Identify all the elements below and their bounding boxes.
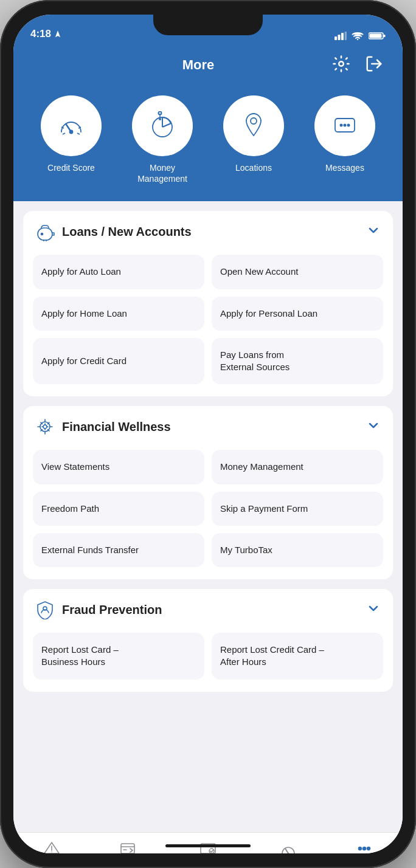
- time-display: 4:18: [30, 28, 51, 40]
- financial-wellness-header[interactable]: Financial Wellness: [23, 406, 393, 447]
- map-pin-icon: [239, 111, 268, 140]
- tab-credit-score[interactable]: Credit Score: [267, 840, 310, 853]
- svg-point-17: [344, 124, 347, 127]
- location-arrow-icon: [54, 30, 62, 38]
- fraud-prevention-chevron: [366, 601, 381, 618]
- svg-rect-3: [345, 32, 347, 40]
- svg-point-16: [340, 124, 343, 127]
- report-lost-card-business-btn[interactable]: Report Lost Card –Business Hours: [33, 633, 204, 680]
- logout-icon: [365, 55, 383, 73]
- status-icons: [335, 32, 386, 40]
- battery-icon: [369, 32, 386, 40]
- svg-point-34: [363, 847, 366, 850]
- svg-point-18: [347, 124, 350, 127]
- apply-home-loan-btn[interactable]: Apply for Home Loan: [33, 297, 204, 331]
- quick-access-bar: Credit Score MoneyManagement: [13, 89, 403, 201]
- logout-button[interactable]: [362, 52, 386, 77]
- view-statements-btn[interactable]: View Statements: [33, 450, 204, 484]
- svg-point-14: [251, 118, 257, 124]
- accounts-tab-icon: [43, 840, 60, 853]
- notch: [153, 15, 263, 35]
- svg-rect-6: [384, 35, 386, 37]
- pay-loans-external-btn[interactable]: Pay Loans fromExternal Sources: [212, 338, 383, 385]
- loans-section-title: Loans / New Accounts: [62, 225, 192, 239]
- app-header: More: [13, 45, 403, 89]
- status-time: 4:18: [30, 28, 62, 40]
- money-management-label: MoneyManagement: [137, 162, 187, 184]
- main-content: Loans / New Accounts Apply for Auto Loan…: [13, 201, 403, 832]
- wifi-icon: [352, 32, 364, 40]
- quick-item-credit-score[interactable]: Credit Score: [41, 95, 102, 184]
- credit-score-circle: [41, 95, 102, 156]
- turbotax-btn[interactable]: My TurboTax: [212, 533, 383, 567]
- piggy-bank-icon: [35, 222, 55, 241]
- apply-credit-card-btn[interactable]: Apply for Credit Card: [33, 338, 204, 385]
- svg-rect-0: [335, 36, 337, 40]
- phone-frame: 4:18: [0, 0, 416, 868]
- credit-score-label: Credit Score: [47, 162, 95, 173]
- svg-point-12: [159, 118, 161, 120]
- svg-point-21: [43, 425, 47, 429]
- tab-accounts[interactable]: Accounts: [30, 840, 73, 853]
- dots-icon: [356, 840, 373, 853]
- svg-point-13: [159, 112, 162, 115]
- financial-wellness-grid: View Statements Money Management Freedom…: [23, 447, 393, 579]
- loans-section-header[interactable]: Loans / New Accounts: [23, 211, 393, 252]
- message-icon: [330, 111, 359, 140]
- fraud-prevention-header[interactable]: Fraud Prevention: [23, 589, 393, 630]
- money-management-btn[interactable]: Money Management: [212, 450, 383, 484]
- locations-circle: [223, 95, 284, 156]
- more-tab-icon: [356, 840, 373, 853]
- quick-item-messages[interactable]: Messages: [314, 95, 375, 184]
- svg-rect-26: [121, 844, 134, 853]
- loans-chevron-icon: [366, 223, 381, 240]
- loans-grid: Apply for Auto Loan Open New Account App…: [23, 252, 393, 396]
- loans-section: Loans / New Accounts Apply for Auto Loan…: [23, 211, 393, 396]
- home-indicator: [165, 844, 251, 847]
- fraud-prevention-section: Fraud Prevention Report Lost Card –Busin…: [23, 589, 393, 692]
- svg-point-8: [339, 61, 344, 66]
- apply-personal-loan-btn[interactable]: Apply for Personal Loan: [212, 297, 383, 331]
- signal-icon: [335, 32, 347, 40]
- svg-point-25: [51, 852, 52, 853]
- messages-label: Messages: [325, 162, 364, 173]
- svg-rect-7: [370, 34, 382, 38]
- speedometer-icon: [57, 111, 86, 140]
- freedom-path-btn[interactable]: Freedom Path: [33, 492, 204, 526]
- pie-chart-icon: [148, 111, 177, 140]
- svg-rect-2: [341, 33, 344, 40]
- locations-label: Locations: [235, 162, 272, 173]
- messages-circle: [314, 95, 375, 156]
- financial-wellness-title: Financial Wellness: [62, 420, 171, 434]
- financial-wellness-icon: [35, 417, 55, 436]
- settings-button[interactable]: [330, 52, 353, 77]
- header-title: More: [67, 57, 330, 73]
- open-new-account-btn[interactable]: Open New Account: [212, 255, 383, 289]
- svg-point-33: [359, 847, 362, 850]
- quick-item-money-management[interactable]: MoneyManagement: [132, 95, 193, 184]
- financial-wellness-section: Financial Wellness View Statements Money…: [23, 406, 393, 579]
- tab-bar: Accounts Move Money: [13, 832, 403, 853]
- quick-item-locations[interactable]: Locations: [223, 95, 284, 184]
- phone-screen: 4:18: [13, 15, 403, 853]
- svg-point-10: [70, 131, 73, 134]
- shield-icon: [35, 600, 55, 619]
- apply-auto-loan-btn[interactable]: Apply for Auto Loan: [33, 255, 204, 289]
- fraud-prevention-grid: Report Lost Card –Business Hours Report …: [23, 630, 393, 692]
- tab-more[interactable]: More: [343, 840, 386, 853]
- svg-point-4: [357, 39, 358, 40]
- tab-move-money[interactable]: Move Money: [106, 840, 149, 853]
- money-management-circle: [132, 95, 193, 156]
- skip-payment-btn[interactable]: Skip a Payment Form: [212, 492, 383, 526]
- move-money-tab-icon: [119, 840, 136, 853]
- header-actions: [330, 52, 386, 77]
- gear-icon: [332, 55, 350, 73]
- external-funds-btn[interactable]: External Funds Transfer: [33, 533, 204, 567]
- svg-point-35: [367, 847, 370, 850]
- svg-rect-1: [338, 35, 341, 40]
- svg-point-19: [41, 233, 43, 235]
- fraud-prevention-title: Fraud Prevention: [62, 603, 162, 617]
- financial-wellness-chevron: [366, 418, 381, 435]
- report-lost-credit-card-after-hours-btn[interactable]: Report Lost Credit Card –After Hours: [212, 633, 383, 680]
- credit-score-tab-icon: [280, 840, 297, 853]
